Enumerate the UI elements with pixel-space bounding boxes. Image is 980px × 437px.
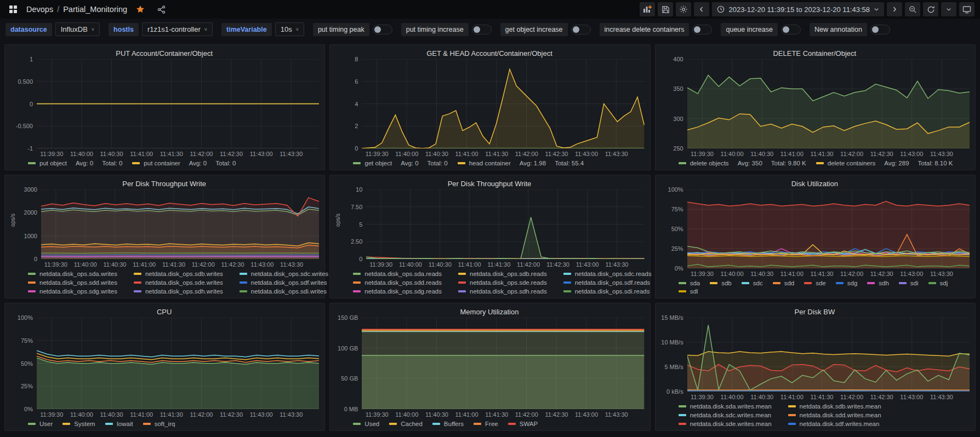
chart-plot[interactable] (687, 59, 970, 148)
chart-plot[interactable] (37, 59, 319, 148)
save-icon[interactable] (658, 2, 673, 16)
chart-plot[interactable] (366, 189, 644, 259)
refresh-icon[interactable] (923, 2, 938, 16)
x-tick: 11:39:30 (366, 411, 389, 418)
legend-item[interactable]: netdata.disk.sda.writes.mean (679, 403, 772, 410)
legend-item[interactable]: Iowait (105, 421, 133, 427)
legend: sdasdbsdcsddsdesdgsdhsdisdjsdl (660, 278, 970, 296)
breadcrumb-dashboard[interactable]: Partial_Monitoring (63, 5, 127, 14)
toggle-switch[interactable] (472, 25, 492, 34)
legend-item[interactable]: netdata.disk_ops.sdi.reads (563, 288, 652, 295)
panel-title[interactable]: CPU (9, 305, 319, 318)
legend-item[interactable]: sdb (710, 280, 732, 286)
chart-plot[interactable] (362, 59, 644, 148)
legend-item[interactable]: netdata.disk_ops.sdf.reads (563, 279, 652, 286)
panel-title[interactable]: Memory Utilization (334, 305, 644, 318)
legend-item[interactable]: netdata.disk_ops.sdh.writes (134, 288, 223, 295)
panel-title[interactable]: GET & HEAD Account/Container/Object (334, 47, 644, 59)
panel-title[interactable]: DELETE Container/Object (660, 47, 970, 59)
legend-item[interactable]: netdata.disk_ops.sdg.writes (28, 288, 117, 295)
legend-item[interactable]: netdata.disk_ops.sdg.reads (353, 288, 442, 295)
toggle-switch[interactable] (373, 25, 392, 34)
legend-item[interactable]: sdd (773, 280, 795, 286)
legend-item[interactable]: sdi (899, 280, 919, 286)
x-tick: 11:42:30 (546, 261, 569, 268)
legend-item[interactable]: sde (804, 280, 826, 286)
legend-item[interactable]: netdata.disk_ops.sdf.writes (240, 279, 328, 286)
grafana-logo[interactable] (5, 2, 21, 16)
legend-item[interactable]: netdata.disk_ops.sdd.reads (353, 279, 442, 286)
toggle-switch[interactable] (781, 25, 801, 34)
time-range-picker[interactable]: 2023-12-20 11:39:15 to 2023-12-20 11:43:… (712, 2, 884, 16)
legend-item[interactable]: sdg (836, 280, 858, 286)
legend-item[interactable]: sdl (679, 288, 698, 295)
time-back-chevron-icon[interactable] (694, 2, 709, 16)
variable-value-dropdown[interactable]: r1z1s1-controller˅ (142, 22, 213, 36)
chart-plot[interactable] (687, 189, 970, 268)
legend-item[interactable]: netdata.disk_ops.sdc.reads (563, 271, 652, 277)
legend-item[interactable]: netdata.disk_ops.sdh.reads (458, 288, 547, 295)
legend-item[interactable]: netdata.disk_ops.sdi.writes (240, 288, 328, 295)
legend-item[interactable]: put objectAvg: 0Total: 0 (28, 160, 122, 166)
legend-item[interactable]: System (62, 421, 95, 427)
panel-title[interactable]: PUT Account/Container/Object (9, 47, 319, 59)
share-icon[interactable] (153, 2, 169, 16)
legend-item[interactable]: put containerAvg: 0Total: 0 (132, 160, 236, 166)
legend-item[interactable]: netdata.disk_ops.sdb.reads (458, 271, 547, 277)
legend-item[interactable]: sdh (867, 280, 889, 286)
legend-item[interactable]: User (28, 421, 53, 427)
legend-swatch (240, 290, 247, 292)
star-icon[interactable] (133, 2, 148, 16)
legend-item[interactable]: Buffers (432, 421, 464, 427)
legend-item[interactable]: SWAP (508, 421, 538, 427)
chart-plot[interactable] (687, 318, 970, 392)
legend-item[interactable]: netdata.disk_ops.sdc.writes (240, 271, 328, 277)
legend-item[interactable]: head containerAvg: 1.98Total: 55.4 (458, 160, 584, 166)
legend-item[interactable]: netdata.disk.sde.writes.mean (679, 421, 772, 427)
add-panel-icon[interactable] (640, 2, 655, 16)
time-forward-chevron-icon[interactable] (887, 2, 902, 16)
toggle-switch[interactable] (692, 25, 712, 34)
variable-value-dropdown[interactable]: 10s˅ (275, 22, 304, 36)
legend-item[interactable]: netdata.disk_ops.sda.reads (353, 271, 442, 277)
legend-item[interactable]: netdata.disk.sdd.writes.mean (788, 412, 881, 418)
legend-label: System (74, 421, 95, 427)
legend: netdata.disk_ops.sda.writesnetdata.disk_… (9, 269, 319, 296)
legend-label: sdh (879, 280, 889, 286)
chart-plot[interactable] (362, 318, 644, 409)
legend-item[interactable]: netdata.disk.sdf.writes.mean (788, 421, 881, 427)
legend-item[interactable]: netdata.disk_ops.sde.writes (134, 279, 223, 286)
legend-item[interactable]: sda (679, 280, 700, 286)
chart-area: 8642011:39:3011:40:0011:40:3011:41:0011:… (334, 59, 644, 158)
cycle-view-tv-icon[interactable] (959, 2, 975, 16)
breadcrumb-folder[interactable]: Devops (26, 5, 53, 14)
legend-item[interactable]: delete objectsAvg: 350Total: 9.80 K (679, 160, 806, 166)
legend-item[interactable]: netdata.disk_ops.sda.writes (28, 271, 117, 277)
panel-title[interactable]: Per Disk Throughput Write (334, 177, 644, 189)
variable-value-dropdown[interactable]: InfluxDB˅ (55, 22, 100, 36)
chart-plot[interactable] (37, 318, 319, 409)
legend-item[interactable]: netdata.disk.sdb.writes.mean (788, 403, 881, 410)
legend-item[interactable]: netdata.disk_ops.sde.reads (458, 279, 547, 286)
legend-item[interactable]: Free (474, 421, 498, 427)
chart-plot[interactable] (41, 189, 319, 259)
legend-item[interactable]: netdata.disk_ops.sdd.writes (28, 279, 117, 286)
refresh-interval-chevron-icon[interactable] (941, 2, 956, 16)
panel-title[interactable]: Per Disk Throughput Write (9, 177, 319, 189)
zoom-out-icon[interactable] (905, 2, 920, 16)
legend-item[interactable]: sdj (928, 280, 948, 286)
toggle-switch[interactable] (870, 25, 890, 34)
legend-item[interactable]: soft_irq (143, 421, 175, 427)
toggle-switch[interactable] (571, 25, 591, 34)
legend-item[interactable]: delete containersAvg: 289Total: 8.10 K (816, 160, 953, 166)
legend-item[interactable]: netdata.disk_ops.sdb.writes (134, 271, 223, 277)
panel-title[interactable]: Per Disk BW (660, 305, 970, 318)
legend-item[interactable]: Used (353, 421, 379, 427)
legend-item[interactable]: Cached (389, 421, 423, 427)
settings-gear-icon[interactable] (676, 2, 691, 16)
legend-item[interactable]: sdc (742, 280, 763, 286)
legend-item[interactable]: get objectAvg: 0Total: 0 (353, 160, 447, 166)
legend-label: netdata.disk_ops.sdf.writes (251, 279, 327, 286)
panel-title[interactable]: Disk Utilization (660, 177, 970, 189)
legend-item[interactable]: netdata.disk.sdc.writes.mean (679, 412, 772, 418)
